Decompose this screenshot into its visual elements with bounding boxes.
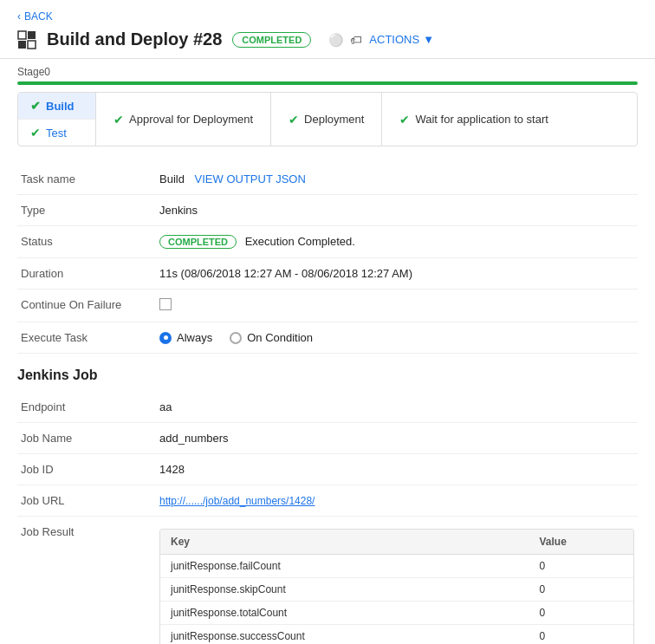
back-label: BACK — [24, 10, 53, 23]
stage-bar: Stage0 ✔ Build ✔ Test ✔ Approval for Dep… — [0, 59, 655, 146]
tabs-row: ✔ Build ✔ Test ✔ Approval for Deployment… — [17, 92, 638, 146]
back-arrow-icon: ‹ — [17, 10, 21, 23]
task-info-table: Task name Build VIEW OUTPUT JSON Type Je… — [17, 164, 638, 354]
svg-rect-0 — [18, 31, 26, 39]
table-row: junitResponse.successCount0 — [160, 625, 633, 645]
continue-checkbox[interactable] — [159, 298, 172, 310]
result-key: junitResponse.skipCount — [160, 578, 529, 602]
status-text: Execution Completed. — [245, 235, 355, 248]
task-name-label: Task name — [17, 164, 156, 195]
execute-radio-group: Always On Condition — [159, 331, 634, 344]
jenkins-job-title: Jenkins Job — [17, 368, 638, 383]
job-name-row: Job Name add_numbers — [17, 423, 638, 454]
tab-test[interactable]: ✔ Test — [18, 120, 95, 146]
execute-label: Execute Task — [17, 322, 156, 354]
tab-wait-label: Wait for application to start — [415, 113, 548, 126]
tab-approval-label: Approval for Deployment — [129, 113, 253, 126]
type-value: Jenkins — [156, 195, 638, 226]
continue-label: Continue On Failure — [17, 289, 156, 322]
job-url-link[interactable]: http://....../job/add_numbers/1428/ — [159, 495, 315, 507]
task-name-row: Task name Build VIEW OUTPUT JSON — [17, 164, 638, 195]
svg-rect-1 — [28, 31, 36, 39]
radio-always[interactable]: Always — [159, 331, 212, 344]
status-value: COMPLETED Execution Completed. — [156, 226, 638, 258]
left-tab-group: ✔ Build ✔ Test — [18, 93, 96, 146]
wait-check-icon: ✔ — [399, 113, 410, 127]
actions-button[interactable]: ACTIONS ▼ — [369, 33, 434, 46]
job-id-label: Job ID — [17, 454, 156, 485]
tab-approval[interactable]: ✔ Approval for Deployment — [96, 93, 271, 146]
status-badge: COMPLETED — [159, 235, 237, 249]
execute-value: Always On Condition — [156, 322, 638, 354]
radio-condition-label: On Condition — [247, 331, 313, 344]
continue-value — [156, 289, 638, 322]
tab-build-label: Build — [46, 100, 75, 113]
svg-rect-3 — [28, 41, 36, 49]
tag-icon: 🏷 — [350, 33, 362, 47]
type-row: Type Jenkins — [17, 195, 638, 226]
duration-label: Duration — [17, 258, 156, 289]
job-result-table-cell: Key Value junitResponse.failCount0junitR… — [156, 517, 638, 645]
execute-row: Execute Task Always On Condition — [17, 322, 638, 354]
job-id-row: Job ID 1428 — [17, 454, 638, 485]
result-table-wrap: Key Value junitResponse.failCount0junitR… — [159, 529, 634, 644]
task-name-value: Build VIEW OUTPUT JSON — [156, 164, 638, 195]
deploy-icon — [17, 30, 36, 49]
radio-always-icon — [159, 332, 172, 344]
result-value: 0 — [529, 555, 633, 578]
page-title: Build and Deploy #28 — [47, 29, 222, 49]
tab-build[interactable]: ✔ Build — [18, 93, 95, 120]
result-table: Key Value junitResponse.failCount0junitR… — [160, 530, 633, 644]
actions-chevron-icon: ▼ — [423, 33, 434, 46]
build-check-icon: ✔ — [30, 99, 41, 113]
back-button[interactable]: ‹ BACK — [17, 10, 638, 23]
test-check-icon: ✔ — [30, 126, 41, 140]
deployment-check-icon: ✔ — [289, 113, 299, 127]
tab-deployment-label: Deployment — [304, 113, 364, 126]
duration-value: 11s (08/06/2018 12:27 AM - 08/06/2018 12… — [156, 258, 638, 289]
stage-label: Stage0 — [17, 66, 638, 78]
endpoint-row: Endpoint aa — [17, 392, 638, 423]
view-output-button[interactable]: VIEW OUTPUT JSON — [195, 172, 306, 185]
job-name-label: Job Name — [17, 423, 156, 454]
table-row: junitResponse.failCount0 — [160, 555, 633, 578]
job-url-label: Job URL — [17, 485, 156, 517]
result-value: 0 — [529, 602, 633, 625]
result-key: junitResponse.successCount — [160, 625, 529, 645]
table-row: junitResponse.totalCount0 — [160, 602, 633, 625]
duration-row: Duration 11s (08/06/2018 12:27 AM - 08/0… — [17, 258, 638, 289]
status-row: Status COMPLETED Execution Completed. — [17, 226, 638, 258]
result-value: 0 — [529, 625, 633, 645]
radio-condition[interactable]: On Condition — [230, 331, 313, 344]
main-content: Task name Build VIEW OUTPUT JSON Type Je… — [0, 146, 655, 644]
job-result-label: Job Result — [17, 517, 156, 645]
circle-icon: ⚪ — [328, 33, 343, 47]
result-header-row: Key Value — [160, 530, 633, 555]
job-id-value: 1428 — [156, 454, 638, 485]
radio-condition-icon — [230, 332, 242, 344]
radio-always-label: Always — [177, 331, 212, 344]
result-key: junitResponse.totalCount — [160, 602, 529, 625]
progress-bar — [17, 81, 638, 85]
svg-rect-2 — [18, 41, 26, 49]
status-label: Status — [17, 226, 156, 258]
table-row: junitResponse.skipCount0 — [160, 578, 633, 602]
right-tab-group: ✔ Approval for Deployment ✔ Deployment ✔… — [96, 93, 637, 146]
tab-wait[interactable]: ✔ Wait for application to start — [382, 93, 565, 146]
job-url-value: http://....../job/add_numbers/1428/ — [156, 485, 638, 517]
result-col-value: Value — [529, 530, 633, 555]
tab-deployment[interactable]: ✔ Deployment — [271, 93, 382, 146]
jenkins-info-table: Endpoint aa Job Name add_numbers Job ID … — [17, 392, 638, 644]
continue-row: Continue On Failure — [17, 289, 638, 322]
task-name-text: Build — [159, 172, 185, 185]
approval-check-icon: ✔ — [113, 113, 124, 127]
result-col-key: Key — [160, 530, 529, 555]
header-status-badge: COMPLETED — [232, 32, 311, 48]
tab-test-label: Test — [46, 127, 67, 140]
result-value: 0 — [529, 578, 633, 602]
result-key: junitResponse.failCount — [160, 555, 529, 578]
job-result-row: Job Result Key Value junitResponse.fai — [17, 517, 638, 645]
job-name-value: add_numbers — [156, 423, 638, 454]
type-label: Type — [17, 195, 156, 226]
endpoint-value: aa — [156, 392, 638, 423]
